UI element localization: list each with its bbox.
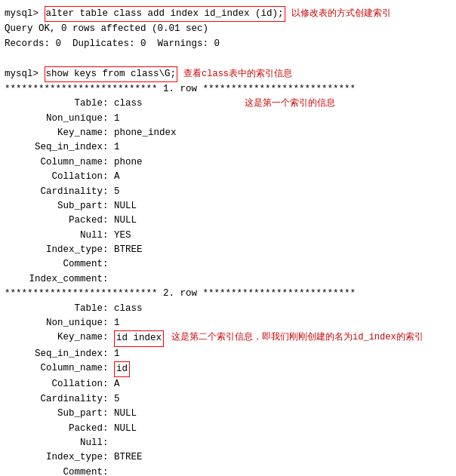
command-line-1: mysql> alter table class add index id_in…	[5, 6, 451, 22]
row2-field-packed: Packed: NULL	[5, 422, 451, 436]
row2-field-table: Table: class	[5, 302, 451, 316]
annotation-1: 以修改表的方式创建索引	[291, 7, 391, 21]
records-line: Records: 0 Duplicates: 0 Warnings: 0	[5, 37, 451, 51]
row1-field-subpart: Sub_part: NULL	[5, 199, 451, 213]
row1-field-keyname: Key_name: phone_index	[5, 126, 451, 140]
stars-row-2: *************************** 2. row *****…	[5, 287, 451, 301]
prompt-1: mysql>	[5, 7, 45, 21]
row1-field-null: Null: YES	[5, 229, 451, 243]
row1-field-table: Table: class	[5, 97, 451, 111]
row1-field-seqinindex: Seq_in_index: 1	[5, 140, 451, 155]
alter-table-cmd: alter table class add index id_index (id…	[45, 6, 285, 22]
prompt-2: mysql>	[5, 67, 45, 81]
row1-field-comment: Comment:	[5, 257, 451, 272]
row1-field-indextype: Index_type: BTREE	[5, 243, 451, 257]
keyname-highlight: id index	[114, 330, 164, 346]
show-keys-cmd: show keys from class\G;	[45, 66, 178, 82]
row1-field-indexcomment: Index_comment:	[5, 272, 451, 287]
row2-field-null: Null:	[5, 436, 451, 450]
row2-block: Table: class Non_unique: 1 Key_name: id …	[5, 302, 451, 477]
query-ok-line: Query OK, 0 rows affected (0.01 sec)	[5, 22, 451, 36]
row1-field-collation: Collation: A	[5, 170, 451, 184]
row2-field-indextype: Index_type: BTREE	[5, 450, 451, 465]
row1-field-cardinality: Cardinality: 5	[5, 185, 451, 199]
row1-annotation: 这是第一个索引的信息	[245, 97, 335, 111]
columnname-highlight: id	[114, 361, 130, 377]
annotation-2: 查看class表中的索引信息	[183, 67, 292, 81]
row1-block: 这是第一个索引的信息 Table: class Non_unique: 1 Ke…	[5, 97, 451, 287]
row2-field-columnname: Column_name: id	[5, 361, 451, 377]
row2-field-subpart: Sub_part: NULL	[5, 407, 451, 421]
stars-row-1: *************************** 1. row *****…	[5, 82, 451, 97]
row2-field-collation: Collation: A	[5, 377, 451, 392]
blank-line	[5, 51, 451, 66]
row1-field-columnname: Column_name: phone	[5, 155, 451, 170]
row2-field-cardinality: Cardinality: 5	[5, 392, 451, 407]
row2-field-keyname: Key_name: id index 这是第二个索引信息，即我们刚刚创建的名为i…	[5, 330, 451, 346]
row1-field-packed: Packed: NULL	[5, 213, 451, 228]
row2-field-seqinindex: Seq_in_index: 1	[5, 347, 451, 361]
row1-field-nonunique: Non_unique: 1	[5, 112, 451, 126]
terminal-window: mysql> alter table class add index id_in…	[0, 0, 456, 476]
row2-annotation: 这是第二个索引信息，即我们刚刚创建的名为id_index的索引	[171, 330, 424, 346]
row2-field-comment: Comment:	[5, 465, 451, 476]
command-line-2: mysql> show keys from class\G;查看class表中的…	[5, 66, 451, 82]
row2-field-nonunique: Non_unique: 1	[5, 316, 451, 330]
